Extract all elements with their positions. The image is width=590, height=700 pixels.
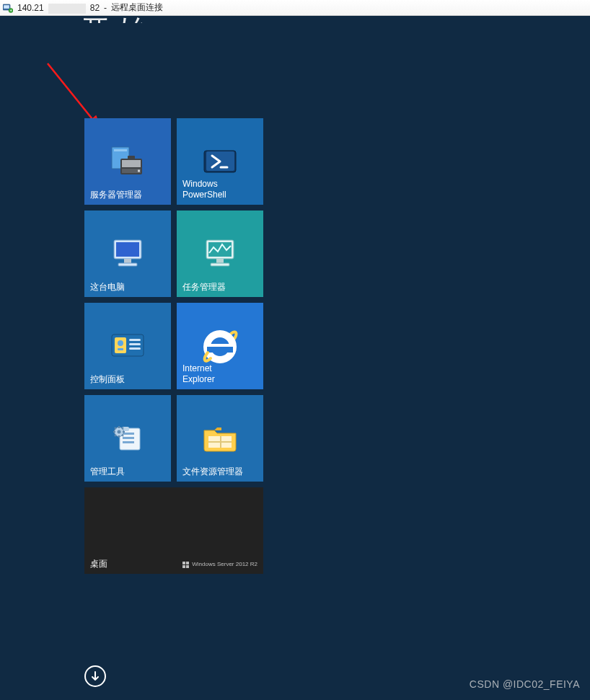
- ip-prefix: 140.21: [17, 3, 44, 13]
- svg-rect-10: [128, 156, 135, 160]
- control-panel-icon: [84, 303, 171, 389]
- svg-rect-32: [123, 437, 134, 439]
- svg-rect-28: [207, 346, 233, 353]
- svg-rect-31: [123, 433, 134, 435]
- powershell-icon: [177, 118, 263, 205]
- svg-rect-9: [138, 170, 140, 172]
- tile-this-pc[interactable]: 这台电脑: [84, 211, 171, 297]
- titlebar-sep: -: [104, 3, 107, 13]
- ip-mask: [48, 4, 86, 14]
- svg-line-43: [115, 435, 116, 436]
- svg-rect-7: [122, 160, 141, 167]
- svg-point-36: [118, 430, 121, 434]
- file-explorer-icon: [177, 395, 263, 482]
- tile-internet-explorer[interactable]: Internet Explorer: [177, 303, 263, 389]
- svg-rect-5: [114, 149, 127, 151]
- desktop-os-label: Windows Server 2012 R2: [182, 561, 257, 568]
- svg-rect-18: [216, 259, 224, 263]
- svg-rect-48: [182, 562, 185, 564]
- watermark: CSDN @IDC02_FEIYA: [470, 678, 580, 690]
- task-manager-icon: [177, 211, 263, 297]
- svg-rect-47: [208, 441, 232, 443]
- tile-file-explorer[interactable]: 文件资源管理器: [177, 395, 263, 482]
- svg-rect-49: [186, 562, 189, 564]
- windows-logo-icon: [182, 562, 189, 568]
- svg-rect-50: [182, 565, 185, 568]
- svg-point-22: [118, 340, 123, 346]
- titlebar-label: 远程桌面连接: [111, 1, 163, 14]
- this-pc-icon: [84, 211, 171, 297]
- svg-line-44: [122, 427, 123, 429]
- desktop-os-text: Windows Server 2012 R2: [192, 561, 257, 568]
- svg-rect-24: [129, 339, 141, 341]
- tile-powershell[interactable]: Windows PowerShell: [177, 118, 263, 205]
- svg-rect-23: [118, 348, 123, 350]
- tile-control-panel[interactable]: 控制面板: [84, 303, 171, 389]
- rdp-titlebar: 140.21 82 - 远程桌面连接: [0, 0, 590, 16]
- tile-task-manager[interactable]: 任务管理器: [177, 211, 263, 297]
- svg-rect-33: [123, 441, 134, 443]
- svg-line-42: [122, 435, 123, 436]
- start-screen-title: 开始: [81, 16, 156, 23]
- ie-icon: [177, 303, 263, 389]
- start-screen: 开始 服务器管理器: [0, 16, 590, 700]
- all-apps-button[interactable]: [84, 665, 106, 687]
- svg-rect-15: [118, 263, 137, 266]
- svg-rect-14: [124, 259, 131, 263]
- server-manager-icon: [84, 118, 171, 205]
- svg-rect-1: [4, 5, 9, 9]
- rdp-icon: [3, 3, 13, 13]
- svg-rect-51: [186, 565, 189, 568]
- svg-rect-19: [211, 263, 229, 266]
- tile-server-manager[interactable]: 服务器管理器: [84, 118, 171, 205]
- ip-suffix: 82: [90, 3, 100, 13]
- svg-rect-13: [116, 242, 139, 257]
- svg-rect-29: [207, 344, 233, 347]
- arrow-down-icon: [90, 671, 100, 681]
- tile-admin-tools[interactable]: 管理工具: [84, 395, 171, 482]
- tiles-grid: 服务器管理器 Windows PowerShell: [84, 118, 263, 574]
- tile-desktop[interactable]: 桌面 Windows Server 2012 R2: [84, 487, 263, 574]
- svg-rect-26: [129, 347, 141, 350]
- svg-line-41: [115, 427, 116, 429]
- admin-tools-icon: [84, 395, 171, 482]
- svg-rect-25: [129, 343, 141, 345]
